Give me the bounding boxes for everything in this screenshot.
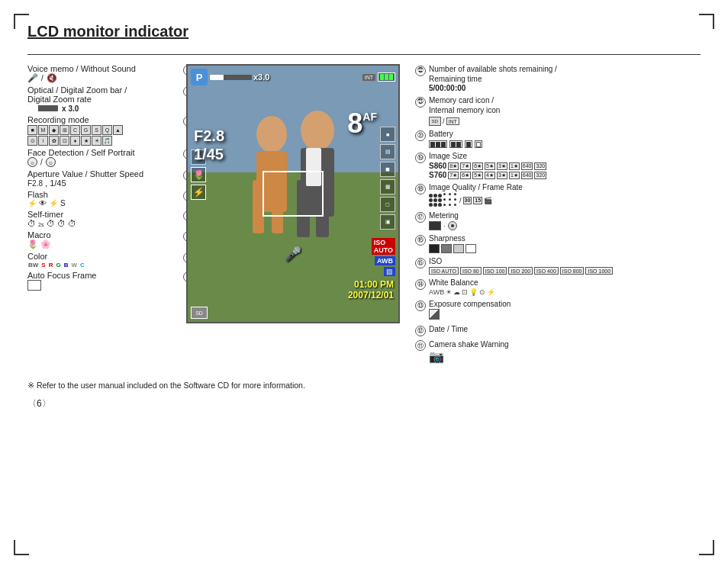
battery-empty	[475, 140, 482, 148]
exposure-icon	[429, 309, 440, 320]
callout-17: ⑰	[415, 212, 426, 223]
s860-5: 5★	[485, 162, 495, 170]
meter-multi	[429, 221, 441, 230]
camera-shake-icon: 📷	[429, 350, 444, 363]
meter-sep: ·	[443, 222, 446, 230]
white-balance-title: White Balance	[429, 278, 701, 288]
image-size-s860: S860 8★ 7★ 6★ 5★ 3★ 1★ 640 320	[429, 162, 701, 170]
iso-auto: ISO AUTO	[429, 267, 459, 275]
mode-icon-2: M	[38, 125, 48, 135]
iso-400: ISO 400	[534, 267, 559, 275]
macro-title: Macro	[27, 230, 180, 239]
sharp-softest	[465, 244, 476, 253]
self-timer-icons: ⏱ 2s ⏱ ⏱ ⏱	[27, 219, 180, 228]
flash-icon-3: ⚡	[49, 199, 58, 207]
image-size-s760: S760 7★ 6★ 5★ 4★ 3★ 1★ 640 320	[429, 171, 701, 179]
preview-shutter-text: 1/45	[194, 146, 224, 162]
sd-card-icon: SD	[429, 117, 441, 126]
preview-shot-count: 8AF	[347, 108, 377, 140]
callout-20: ⑳	[415, 130, 426, 141]
left-labels: Voice memo / Without Sound 🎤 / 🔇 ① Optic…	[27, 64, 180, 294]
label-shots-remaining: ㉒ Number of available shots remaining /R…	[415, 64, 701, 92]
main-layout: Voice memo / Without Sound 🎤 / 🔇 ① Optic…	[27, 64, 701, 367]
s760-6: 6★	[460, 172, 471, 179]
corner-br	[699, 540, 714, 555]
label-battery: ⑳ Battery	[415, 129, 701, 148]
color-title: Color	[27, 252, 180, 261]
mode-icon-9: ▲	[113, 125, 123, 135]
color-s: S	[40, 262, 46, 268]
face-detect-title: Face Detection / Self Portrait	[27, 148, 180, 157]
preview-iso-badge: ISOAUTO	[372, 238, 395, 255]
image-quality-title: Image Quality / Frame Rate	[429, 182, 701, 192]
callout-16: ⑯	[415, 235, 426, 246]
preview-awb-badge: AWB	[375, 256, 395, 265]
mode-icon-1: ■	[27, 125, 37, 135]
s860-640: 640	[521, 162, 533, 170]
timer-icon-4: ⏱	[68, 219, 76, 228]
preview-sd-bottom: SD	[191, 307, 208, 319]
s760-640: 640	[521, 172, 533, 179]
fps-15: 15	[473, 197, 482, 204]
preview-af-frame	[263, 171, 324, 217]
label-self-timer: Self-timer ⏱ 2s ⏱ ⏱ ⏱ ⑦	[27, 210, 180, 228]
battery-icons	[429, 140, 701, 148]
callout-11: ⑪	[415, 340, 426, 351]
preview-time: 01:00 PM	[354, 279, 394, 290]
label-zoom-bar: Optical / Digital Zoom bar /Digital Zoom…	[27, 85, 180, 113]
mic-icon: 🎤	[27, 73, 38, 82]
mode-icon-15: ★	[81, 136, 91, 146]
camera-shake-title: Camera shake Warning	[429, 339, 701, 349]
mode-icon-16: ☀	[92, 136, 101, 146]
svg-point-2	[256, 116, 287, 153]
label-flash: Flash ⚡ 👁 ⚡ S ⑥	[27, 190, 180, 207]
color-g: G	[55, 262, 61, 268]
sharpness-title: Sharpness	[429, 233, 701, 243]
preview-right-icon-1: ■	[380, 127, 395, 142]
s760-4: 4★	[485, 172, 495, 179]
battery-full	[429, 140, 447, 148]
mode-icon-4: ⊞	[60, 125, 69, 135]
camera-preview: P x3.0 INT	[186, 64, 400, 323]
mode-icon-8: Q	[102, 125, 112, 135]
preview-right-icon-3: ◼	[380, 162, 395, 177]
corner-bl	[14, 540, 29, 555]
preview-top-bar: P x3.0 INT	[191, 69, 395, 85]
exposure-icon-row	[429, 309, 701, 321]
color-r: R	[48, 262, 54, 268]
voice-memo-title: Voice memo / Without Sound	[27, 64, 180, 73]
recording-mode-title: Recording mode	[27, 115, 180, 124]
preview-date: 2007/12/01	[348, 290, 394, 301]
zoom-value: x 3.0	[62, 104, 79, 113]
timer-icon-2: ⏱	[47, 219, 55, 228]
sharp-soft	[453, 244, 464, 253]
page-content: LCD monitor indicator Voice memo / Witho…	[27, 23, 701, 546]
zoom-bar-title: Optical / Digital Zoom bar /Digital Zoom…	[27, 85, 180, 104]
s760-5: 5★	[472, 172, 483, 179]
preview-aperture: F2.8 1/45	[194, 127, 224, 163]
label-voice-memo: Voice memo / Without Sound 🎤 / 🔇 ①	[27, 64, 180, 83]
s860-3: 3★	[497, 162, 507, 170]
mode-icon-12: ✿	[49, 136, 59, 146]
macro-icon-1: 🌷	[27, 239, 38, 249]
wb-awb: AWB	[429, 288, 444, 296]
wb-cloud: ☁	[453, 288, 460, 296]
int-memory-icon: INT	[446, 117, 459, 125]
corner-tl	[14, 14, 29, 29]
flash-icon-4: S	[60, 199, 66, 207]
label-metering: ⑰ Metering ·	[415, 211, 701, 230]
quality-fine	[429, 194, 442, 207]
color-b: B	[63, 262, 69, 268]
preview-right-icon-4: ▦	[380, 179, 395, 194]
flash-icons: ⚡ 👁 ⚡ S	[27, 199, 180, 207]
s860-6: 6★	[472, 162, 483, 170]
self-timer-title: Self-timer	[27, 210, 180, 219]
label-face-detect: Face Detection / Self Portrait ☺ / ☺ ④	[27, 148, 180, 167]
face-icon: ☺	[27, 157, 37, 167]
timer-icon-1: ⏱	[27, 219, 36, 228]
datetime-title: Date / Time	[429, 324, 701, 334]
iso-80: ISO 80	[460, 267, 482, 275]
corner-tr	[699, 14, 714, 29]
preview-iso-awb: ISOAUTO AWB ▨	[372, 238, 395, 276]
callout-18: ⑱	[415, 184, 426, 194]
